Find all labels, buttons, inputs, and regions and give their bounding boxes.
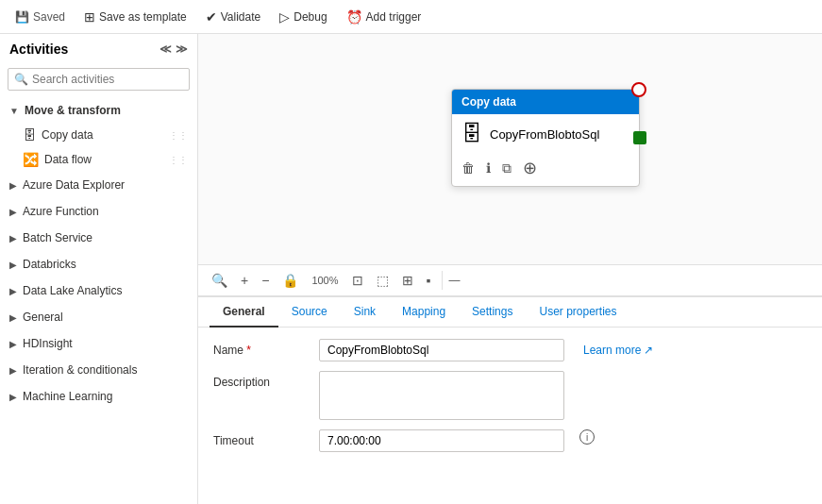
node-db-icon: 🗄 (461, 122, 482, 146)
sidebar-label-iteration-conditionals: Iteration & conditionals (23, 363, 137, 377)
chevron-right-9-icon: ▶ (9, 392, 17, 402)
sidebar: Activities ≪ ≫ 🔍 ▼ Move & transform 🗄 Co… (0, 34, 198, 504)
validate-button[interactable]: ✔ Validate (198, 6, 268, 28)
sidebar-item-batch-service[interactable]: ▶ Batch Service (0, 225, 197, 251)
sidebar-label-azure-data-explorer: Azure Data Explorer (23, 178, 125, 192)
chevron-right-4-icon: ▶ (9, 260, 17, 270)
grid-button[interactable]: ▪ (421, 269, 437, 292)
debug-button[interactable]: ▷ Debug (272, 6, 334, 28)
zoom-in-button[interactable]: + (235, 269, 254, 292)
add-trigger-icon: ⏰ (346, 9, 362, 25)
copy-node-icon[interactable]: ⧉ (502, 160, 512, 176)
expand-icon[interactable]: ≫ (176, 42, 188, 56)
sidebar-label-hdinsight: HDInsight (23, 337, 73, 350)
sidebar-label-general: General (23, 311, 63, 324)
lock-button[interactable]: 🔒 (277, 269, 304, 292)
tabs-row: General Source Sink Mapping Settings Use… (198, 297, 822, 328)
connect-node-icon[interactable]: ⊕ (523, 158, 537, 178)
collapse-icon[interactable]: ≪ (159, 42, 172, 56)
chevron-right-3-icon: ▶ (9, 233, 17, 244)
data-flow-icon: 🔀 (23, 152, 39, 167)
sidebar-item-general[interactable]: ▶ General (0, 304, 197, 330)
search-icon: 🔍 (14, 73, 28, 86)
chevron-right-5-icon: ▶ (9, 286, 17, 296)
sidebar-label-azure-function: Azure Function (23, 205, 99, 218)
description-row: Description (213, 371, 807, 420)
saved-label: Saved (33, 10, 65, 24)
pipeline-canvas[interactable]: Copy data 🗄 CopyFromBlobtoSql 🗑 ℹ ⧉ ⊕ (198, 34, 822, 265)
tab-settings-label: Settings (472, 305, 512, 318)
description-label: Description (213, 371, 308, 389)
sidebar-label-batch-service: Batch Service (23, 231, 92, 244)
move-transform-section[interactable]: ▼ Move & transform (0, 98, 197, 123)
zoom-out-button[interactable]: − (256, 269, 275, 292)
add-trigger-button[interactable]: ⏰ Add trigger (339, 6, 429, 28)
move-transform-label: Move & transform (25, 104, 121, 117)
chevron-right-icon: ▶ (9, 180, 17, 191)
copy-data-icon: 🗄 (23, 127, 36, 143)
sidebar-item-iteration-conditionals[interactable]: ▶ Iteration & conditionals (0, 357, 197, 383)
learn-more-link[interactable]: Learn more ↗ (583, 339, 653, 357)
toolbar-separator (442, 271, 443, 290)
search-canvas-button[interactable]: 🔍 (206, 269, 233, 292)
tab-settings[interactable]: Settings (459, 297, 526, 328)
tab-general-label: General (223, 305, 265, 318)
data-flow-label: Data flow (44, 153, 92, 166)
node-body: 🗄 CopyFromBlobtoSql (452, 114, 639, 154)
name-input[interactable] (319, 339, 564, 361)
sidebar-item-hdinsight[interactable]: ▶ HDInsight (0, 330, 197, 357)
tab-user-properties-label: User properties (539, 305, 616, 318)
node-title: Copy data (461, 95, 516, 109)
description-input[interactable] (319, 371, 564, 420)
sidebar-label-data-lake-analytics: Data Lake Analytics (23, 284, 122, 297)
chevron-right-7-icon: ▶ (9, 339, 17, 349)
search-box: 🔍 (8, 68, 190, 91)
search-input[interactable] (32, 73, 183, 86)
add-trigger-label: Add trigger (366, 10, 422, 24)
data-flow-item[interactable]: 🔀 Data flow ⋮⋮ (0, 147, 197, 172)
saved-status: 💾 Saved (8, 7, 73, 27)
sidebar-item-azure-data-explorer[interactable]: ▶ Azure Data Explorer (0, 172, 197, 198)
tab-user-properties[interactable]: User properties (526, 297, 629, 328)
tab-mapping-label: Mapping (402, 305, 445, 318)
info-node-icon[interactable]: ℹ (486, 160, 491, 176)
timeout-info-icon[interactable]: i (579, 429, 595, 445)
sidebar-header-icons: ≪ ≫ (159, 42, 188, 56)
save-template-icon: ⊞ (84, 9, 95, 25)
fit-view-button[interactable]: ⊡ (346, 269, 369, 292)
name-row: Name * Learn more ↗ (213, 339, 807, 361)
bottom-panel: General Source Sink Mapping Settings Use… (198, 296, 822, 504)
tab-mapping[interactable]: Mapping (389, 297, 459, 328)
sidebar-label-databricks: Databricks (23, 258, 76, 271)
form-area: Name * Learn more ↗ Description (198, 328, 822, 463)
chevron-right-6-icon: ▶ (9, 312, 17, 323)
node-footer: 🗑 ℹ ⧉ ⊕ (452, 154, 639, 186)
sidebar-item-databricks[interactable]: ▶ Databricks (0, 251, 197, 277)
tab-source-label: Source (292, 305, 327, 318)
tab-general[interactable]: General (210, 297, 278, 328)
copy-data-item[interactable]: 🗄 Copy data ⋮⋮ (0, 123, 197, 147)
copy-data-node[interactable]: Copy data 🗄 CopyFromBlobtoSql 🗑 ℹ ⧉ ⊕ (451, 89, 640, 187)
node-error-indicator (631, 82, 646, 97)
select-button[interactable]: ⬚ (371, 269, 394, 292)
timeout-label: Timeout (213, 429, 308, 447)
chevron-right-8-icon: ▶ (9, 365, 17, 376)
save-template-button[interactable]: ⊞ Save as template (76, 6, 194, 28)
timeout-row: Timeout i (213, 429, 807, 452)
drag-handle-icon: ⋮⋮ (169, 130, 188, 141)
copy-data-label: Copy data (42, 128, 93, 142)
node-success-indicator (633, 131, 646, 144)
timeout-input[interactable] (319, 429, 564, 452)
tab-sink[interactable]: Sink (341, 297, 389, 328)
sidebar-item-azure-function[interactable]: ▶ Azure Function (0, 198, 197, 225)
name-label: Name * (213, 339, 308, 357)
layout-button[interactable]: ⊞ (396, 269, 419, 292)
delete-node-icon[interactable]: 🗑 (461, 160, 475, 176)
tab-source[interactable]: Source (278, 297, 341, 328)
sidebar-header: Activities ≪ ≫ (0, 34, 197, 64)
zoom-percent-button[interactable]: 100% (306, 271, 344, 290)
sidebar-item-data-lake-analytics[interactable]: ▶ Data Lake Analytics (0, 277, 197, 304)
top-toolbar: 💾 Saved ⊞ Save as template ✔ Validate ▷ … (0, 0, 822, 34)
tab-sink-label: Sink (354, 305, 376, 318)
sidebar-item-machine-learning[interactable]: ▶ Machine Learning (0, 383, 197, 410)
